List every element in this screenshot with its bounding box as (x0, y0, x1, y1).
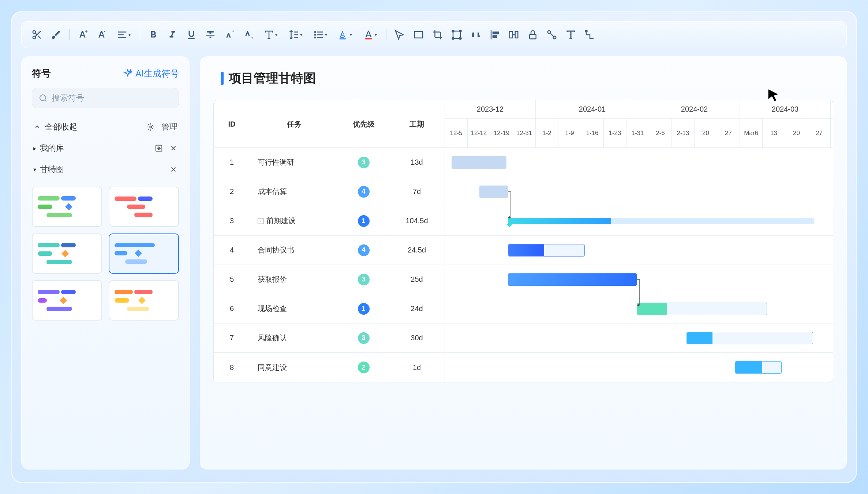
svg-rect-14 (365, 38, 372, 40)
italic-icon[interactable] (164, 27, 180, 43)
underline-icon[interactable] (183, 27, 199, 43)
connector-icon[interactable] (582, 27, 598, 43)
gantt-template-3[interactable] (32, 233, 102, 274)
cell-priority: 3 (338, 323, 389, 352)
gantt-template-2[interactable] (109, 187, 179, 227)
align-icon[interactable]: ▾ (113, 27, 135, 43)
svg-point-20 (460, 38, 461, 40)
gantt-bar-row (445, 353, 833, 382)
gantt-template-6[interactable] (109, 280, 179, 321)
crop-icon[interactable] (430, 27, 446, 43)
gantt-task-bar[interactable] (508, 244, 585, 257)
date-cell: 12-19 (490, 119, 513, 147)
line-height-icon[interactable]: ▾ (284, 27, 306, 43)
gantt-task-bar[interactable] (452, 156, 506, 169)
search-input[interactable] (32, 88, 179, 108)
date-cell: Mar6 (740, 119, 763, 147)
svg-point-12 (315, 37, 316, 38)
cell-duration: 7d (389, 177, 444, 206)
gantt-template-1[interactable] (32, 187, 102, 227)
text-transform-icon[interactable]: ▾ (259, 27, 281, 43)
cell-duration: 104.5d (389, 206, 444, 235)
gantt-row[interactable]: 5获取报价325d (214, 265, 445, 294)
cell-id: 5 (214, 265, 250, 294)
bold-icon[interactable] (145, 27, 161, 43)
gantt-task-bar[interactable] (479, 186, 508, 198)
cell-duration: 24d (389, 294, 444, 323)
subscript-icon[interactable] (240, 27, 257, 43)
close-icon[interactable] (169, 165, 177, 173)
text-tool-icon[interactable] (563, 27, 579, 43)
date-cell: 2-13 (672, 119, 695, 147)
gantt-template-4[interactable] (109, 233, 179, 274)
gantt-row[interactable]: 7风险确认330d (214, 323, 445, 353)
gantt-task-bar[interactable] (686, 332, 813, 344)
close-icon[interactable] (169, 144, 177, 152)
collapse-all-button[interactable]: 全部收起 (33, 121, 77, 132)
gantt-row[interactable]: 3-前期建设1104.5d (214, 206, 445, 236)
date-cell: 20 (695, 119, 717, 147)
date-cell: 1-16 (581, 119, 604, 147)
gantt-row[interactable]: 2成本估算47d (214, 177, 445, 206)
date-cell: 12-31 (513, 119, 536, 147)
import-icon[interactable] (155, 144, 163, 152)
canvas: 项目管理甘特图 ID 任务 优先级 工期 1可行性调研313d2成本估算47d3… (200, 56, 847, 469)
rectangle-icon[interactable] (411, 27, 427, 43)
list-icon[interactable]: ▾ (309, 27, 331, 43)
cell-task: -前期建设 (250, 206, 338, 235)
distribute-icon[interactable] (506, 27, 522, 43)
gantt-bar-row (445, 177, 833, 206)
cell-id: 3 (214, 206, 250, 235)
svg-rect-23 (493, 36, 497, 38)
lock-icon[interactable] (525, 27, 541, 43)
gantt-task-bar[interactable] (637, 303, 767, 315)
group-icon[interactable] (449, 27, 465, 43)
gantt-task-bar[interactable] (508, 273, 637, 286)
gantt-section[interactable]: ▾ 甘特图 (33, 164, 64, 175)
gantt-template-5[interactable] (32, 280, 102, 321)
svg-point-29 (553, 36, 556, 39)
strikethrough-icon[interactable] (202, 27, 218, 43)
gantt-row[interactable]: 1可行性调研313d (214, 148, 445, 177)
font-color-icon[interactable]: ▾ (359, 27, 381, 43)
col-task: 任务 (250, 100, 338, 148)
month-cell: 2024-02 (649, 100, 740, 118)
svg-point-17 (452, 30, 454, 32)
cell-priority: 3 (338, 148, 389, 177)
date-cell: 1-9 (558, 119, 581, 147)
date-cell: 20 (785, 119, 808, 147)
svg-point-30 (585, 30, 587, 32)
cut-icon[interactable] (29, 27, 45, 43)
svg-point-0 (33, 31, 36, 34)
flip-h-icon[interactable] (468, 27, 484, 43)
cell-priority: 1 (338, 294, 389, 323)
pointer-icon[interactable] (392, 27, 408, 43)
font-increase-icon[interactable]: + (75, 27, 91, 43)
gantt-summary-bar[interactable] (508, 218, 814, 224)
month-cell: 2024-03 (740, 100, 831, 118)
gantt-row[interactable]: 4合同协议书424.5d (214, 236, 445, 265)
svg-rect-16 (453, 31, 460, 38)
text-highlight-icon[interactable]: ▾ (334, 27, 356, 43)
gantt-task-bar[interactable] (735, 361, 782, 374)
nodes-icon[interactable] (544, 27, 560, 43)
gantt-row[interactable]: 6现场检查124d (214, 294, 445, 323)
date-cell: 13 (763, 119, 785, 147)
font-decrease-icon[interactable]: - (94, 27, 110, 43)
ai-generate-button[interactable]: AI生成符号 (123, 68, 179, 79)
gantt-row[interactable]: 8同意建设21d (214, 353, 445, 382)
brush-icon[interactable] (48, 27, 64, 43)
my-library-section[interactable]: ▸ 我的库 (33, 143, 64, 154)
cursor-pointer-icon (766, 88, 781, 104)
cell-id: 7 (214, 323, 250, 352)
cell-task: 合同协议书 (250, 236, 338, 265)
svg-rect-24 (510, 31, 513, 38)
expand-icon[interactable]: - (258, 218, 263, 224)
gantt-chart[interactable]: ID 任务 优先级 工期 1可行性调研313d2成本估算47d3-前期建设110… (213, 100, 833, 382)
superscript-icon[interactable] (221, 27, 237, 43)
manage-button[interactable]: 管理 (147, 121, 177, 132)
svg-point-18 (460, 30, 461, 32)
align-v-icon[interactable] (487, 27, 503, 43)
col-priority: 优先级 (338, 100, 389, 148)
gantt-bar-row (445, 236, 833, 265)
